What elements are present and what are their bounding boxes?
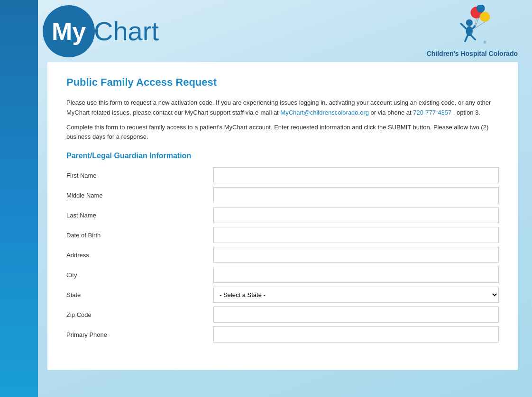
input-address[interactable] — [213, 247, 499, 263]
label-phone: Primary Phone — [66, 331, 213, 338]
logo-circle: My — [43, 5, 95, 57]
hospital-logo: ® Children's Hospital Colorado — [427, 5, 518, 57]
form-area: Public Family Access Request Please use … — [47, 62, 518, 370]
form-row-middle-name: Middle Name — [66, 187, 499, 203]
input-zip[interactable] — [213, 307, 499, 323]
label-address: Address — [66, 252, 213, 259]
svg-line-11 — [471, 36, 475, 40]
label-zip: Zip Code — [66, 311, 213, 318]
logo-my-text: My — [52, 19, 86, 44]
header: My Chart — [38, 0, 532, 62]
svg-text:®: ® — [484, 41, 486, 45]
label-first-name: First Name — [66, 172, 213, 179]
form-row-city: City — [66, 267, 499, 283]
input-phone[interactable] — [213, 326, 499, 343]
svg-point-6 — [466, 19, 472, 26]
svg-point-7 — [466, 26, 472, 36]
main-content: My Chart — [38, 0, 532, 397]
left-sidebar — [0, 0, 38, 397]
logo-area: My Chart — [43, 5, 159, 57]
label-state: State — [66, 291, 213, 298]
label-last-name: Last Name — [66, 212, 213, 219]
label-dob: Date of Birth — [66, 232, 213, 239]
label-middle-name: Middle Name — [66, 192, 213, 199]
input-dob[interactable] — [213, 227, 499, 243]
svg-point-1 — [480, 12, 490, 22]
intro-paragraph-1: Please use this form to request a new ac… — [66, 98, 499, 118]
select-state[interactable]: - Select a State - AlabamaAlaskaArizona … — [213, 287, 499, 303]
svg-line-8 — [461, 24, 466, 29]
email-link[interactable]: MyChart@childrenscolorado.org — [280, 109, 369, 116]
form-row-state: State - Select a State - AlabamaAlaskaAr… — [66, 287, 499, 303]
form-row-last-name: Last Name — [66, 207, 499, 223]
section-title: Parent/Legal Guardian Information — [66, 152, 499, 160]
input-middle-name[interactable] — [213, 187, 499, 203]
input-last-name[interactable] — [213, 207, 499, 223]
form-row-zip: Zip Code — [66, 307, 499, 323]
page-title: Public Family Access Request — [66, 76, 499, 89]
logo-chart-text: Chart — [94, 16, 159, 46]
input-first-name[interactable] — [213, 167, 499, 183]
input-city[interactable] — [213, 267, 499, 283]
form-row-phone: Primary Phone — [66, 326, 499, 343]
form-row-dob: Date of Birth — [66, 227, 499, 243]
hospital-icon-svg: ® — [453, 5, 491, 47]
label-city: City — [66, 271, 213, 279]
form-row-first-name: First Name — [66, 167, 499, 183]
svg-line-10 — [465, 36, 468, 41]
svg-line-9 — [473, 26, 475, 28]
hospital-name-text: Children's Hospital Colorado — [427, 50, 518, 57]
intro-paragraph-2: Complete this form to request family acc… — [66, 123, 499, 143]
form-row-address: Address — [66, 247, 499, 263]
phone-link[interactable]: 720-777-4357 — [413, 109, 451, 116]
